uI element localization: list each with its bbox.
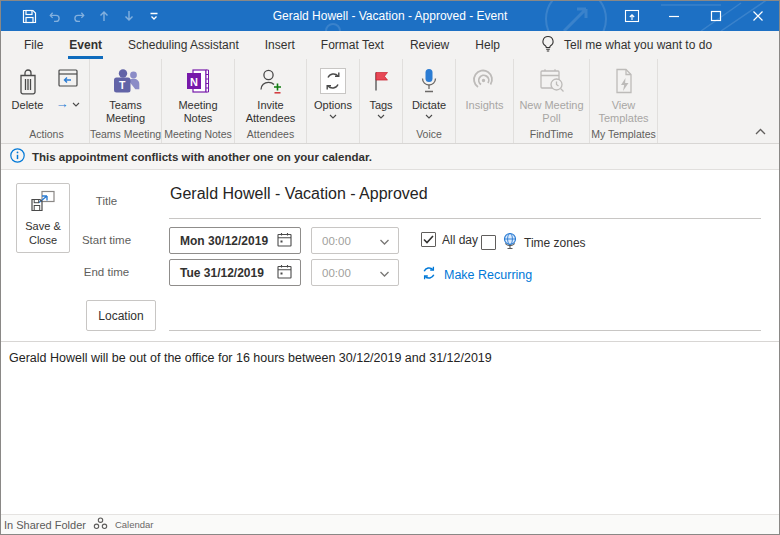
info-icon: [10, 148, 25, 165]
tab-format-text[interactable]: Format Text: [308, 31, 397, 59]
invite-attendees-button[interactable]: Invite Attendees: [236, 62, 305, 125]
move-down-icon: [120, 7, 138, 25]
checkbox-unchecked-icon[interactable]: [481, 235, 496, 250]
meeting-notes-button[interactable]: N Meeting Notes: [163, 62, 233, 125]
minimize-icon[interactable]: [653, 1, 695, 31]
all-day-checkbox[interactable]: All day: [421, 232, 478, 247]
invite-attendees-label: Invite Attendees: [238, 99, 303, 125]
microphone-icon: [417, 65, 441, 97]
teams-meeting-button[interactable]: T Teams Meeting: [91, 62, 160, 125]
ribbon-group-attendees: Invite Attendees Attendees: [235, 59, 307, 143]
ribbon-group-tags: Tags: [360, 59, 403, 143]
forward-meeting-icon: [57, 65, 79, 91]
calendar-picker-icon[interactable]: [276, 263, 293, 283]
teams-icon: T: [111, 65, 141, 97]
ribbon-group-teams-meeting: T Teams Meeting Teams Meeting: [90, 59, 162, 143]
ribbon-group-meeting-notes: N Meeting Notes Meeting Notes: [162, 59, 235, 143]
forward-button[interactable]: →: [49, 62, 87, 110]
ribbon-group-findtime: New Meeting Poll FindTime: [514, 59, 590, 143]
trash-icon: [16, 65, 40, 97]
end-date-picker[interactable]: Tue 31/12/2019: [169, 259, 301, 286]
make-recurring-link[interactable]: Make Recurring: [421, 265, 532, 284]
flag-icon: [370, 65, 392, 97]
end-time-value: 00:00: [322, 267, 351, 279]
chevron-down-icon: [425, 113, 433, 119]
ribbon: Delete →: [1, 59, 779, 144]
end-date-value: Tue 31/12/2019: [180, 266, 264, 280]
title-label: Title: [59, 195, 154, 207]
title-field[interactable]: Gerald Howell - Vacation - Approved: [170, 185, 428, 203]
templates-icon: [611, 65, 637, 97]
tell-me-box[interactable]: Tell me what you want to do: [541, 31, 712, 59]
move-up-icon: [95, 7, 113, 25]
quick-access-toolbar: [1, 7, 163, 25]
dictate-label: Dictate: [412, 99, 446, 112]
location-button[interactable]: Location: [86, 300, 156, 331]
group-label-actions: Actions: [29, 127, 63, 143]
tags-label: Tags: [369, 99, 392, 112]
save-icon[interactable]: [20, 7, 38, 25]
chevron-down-icon: [377, 113, 385, 119]
conflict-info-bar: This appointment conflicts with another …: [1, 144, 779, 170]
recurrence-icon: [421, 265, 437, 284]
ribbon-group-actions: Delete →: [4, 59, 90, 143]
start-date-picker[interactable]: Mon 30/12/2019: [169, 227, 301, 254]
window-title: Gerald Howell - Vacation - Approved - Ev…: [273, 1, 508, 31]
group-label-findtime: FindTime: [530, 127, 573, 143]
forward-arrow: →: [56, 99, 69, 109]
chevron-down-icon: [72, 97, 80, 110]
folder-name[interactable]: Calendar: [115, 519, 154, 530]
checkbox-checked-icon[interactable]: [421, 232, 436, 247]
outlook-event-window: Gerald Howell - Vacation - Approved - Ev…: [0, 0, 780, 535]
group-label-meeting-notes: Meeting Notes: [164, 127, 232, 143]
delete-label: Delete: [12, 99, 44, 112]
calendar-picker-icon[interactable]: [276, 231, 293, 251]
group-label-my-templates: My Templates: [591, 127, 656, 143]
window-controls: [611, 1, 779, 31]
event-body-editor[interactable]: Gerald Howell will be out of the office …: [1, 342, 779, 514]
tab-help[interactable]: Help: [462, 31, 513, 59]
customize-qat-icon[interactable]: [145, 7, 163, 25]
start-time-combo[interactable]: 00:00: [311, 227, 399, 254]
svg-text:N: N: [190, 76, 198, 88]
tab-review[interactable]: Review: [397, 31, 462, 59]
group-label-attendees: Attendees: [247, 127, 294, 143]
tab-event[interactable]: Event: [56, 31, 115, 59]
delete-button[interactable]: Delete: [7, 62, 49, 112]
svg-text:T: T: [118, 79, 125, 91]
tab-file[interactable]: File: [11, 31, 56, 59]
ribbon-display-options-icon[interactable]: [611, 1, 653, 31]
time-zones-label: Time zones: [524, 236, 586, 250]
maximize-icon[interactable]: [695, 1, 737, 31]
make-recurring-label: Make Recurring: [444, 268, 532, 282]
tab-scheduling-assistant[interactable]: Scheduling Assistant: [115, 31, 252, 59]
event-body-text: Gerald Howell will be out of the office …: [9, 351, 492, 365]
view-templates-label: View Templates: [593, 99, 654, 125]
title-bar: Gerald Howell - Vacation - Approved - Ev…: [1, 1, 779, 31]
redo-icon: [70, 7, 88, 25]
insights-label: Insights: [466, 99, 504, 112]
tab-insert[interactable]: Insert: [252, 31, 308, 59]
undo-icon: [45, 7, 63, 25]
options-button[interactable]: Options: [312, 62, 354, 119]
tags-button[interactable]: Tags: [367, 62, 394, 119]
close-icon[interactable]: [737, 1, 779, 31]
ribbon-tab-bar: File Event Scheduling Assistant Insert F…: [1, 31, 779, 59]
shared-folder-icon: [93, 517, 108, 532]
new-meeting-poll-button: New Meeting Poll: [515, 62, 588, 125]
ribbon-group-options: Options: [307, 59, 360, 143]
new-meeting-poll-label: New Meeting Poll: [517, 99, 586, 125]
group-label-teams-meeting: Teams Meeting: [90, 127, 161, 143]
collapse-ribbon-icon[interactable]: [752, 124, 768, 138]
dictate-button[interactable]: Dictate: [410, 62, 448, 119]
lightbulb-icon: [541, 35, 555, 55]
time-zones-checkbox[interactable]: Time zones: [481, 232, 586, 253]
folder-status: In Shared Folder: [4, 519, 86, 531]
teams-meeting-label: Teams Meeting: [93, 99, 158, 125]
end-time-combo[interactable]: 00:00: [311, 259, 399, 286]
conflict-message: This appointment conflicts with another …: [32, 151, 372, 163]
group-label-voice: Voice: [416, 127, 442, 143]
location-button-label: Location: [98, 309, 143, 323]
status-bar: In Shared Folder Calendar: [1, 514, 779, 534]
tell-me-label: Tell me what you want to do: [564, 38, 712, 52]
